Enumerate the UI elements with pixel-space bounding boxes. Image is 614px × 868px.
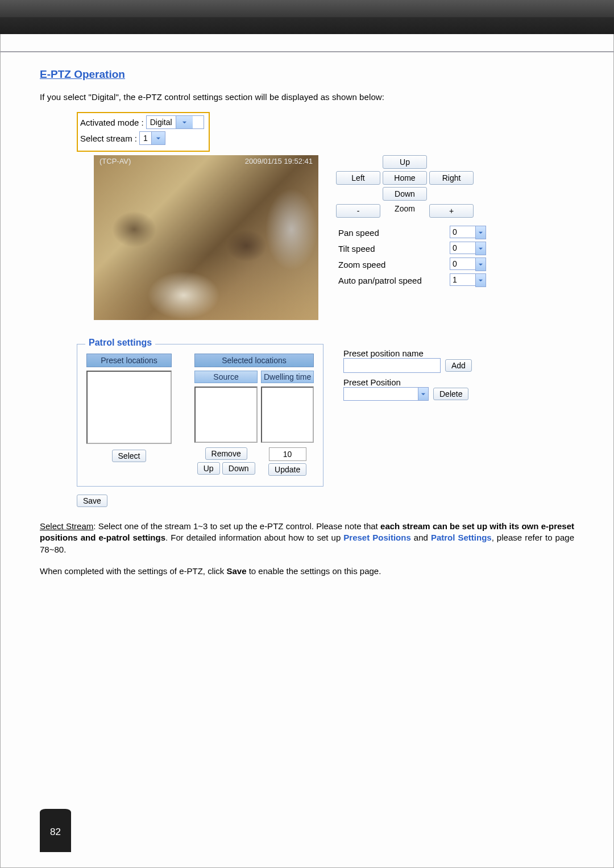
section-heading: E-PTZ Operation (40, 68, 574, 81)
source-list[interactable] (194, 387, 258, 443)
tilt-speed-value[interactable] (450, 242, 475, 254)
chevron-down-icon (475, 242, 486, 255)
patrol-legend: Patrol settings (85, 338, 155, 348)
zoom-speed-value[interactable] (450, 258, 475, 270)
body-paragraph-1: Select Stream: Select one of the stream … (40, 521, 574, 555)
auto-speed-label: Auto pan/patrol speed (338, 276, 422, 285)
pan-speed-select[interactable] (450, 226, 486, 239)
select-button[interactable]: Select (112, 450, 147, 462)
mode-highlight-box: Activated mode : Digital Select stream :… (77, 112, 210, 152)
save-button[interactable]: Save (77, 495, 107, 507)
preset-name-label: Preset position name (343, 348, 486, 358)
patrol-settings-fieldset: Patrol settings Preset locations Select … (77, 344, 323, 487)
preset-name-input[interactable] (343, 358, 441, 373)
delete-button[interactable]: Delete (433, 388, 468, 400)
preset-locations-header: Preset locations (86, 354, 172, 367)
video-preview: (TCP-AV) 2009/01/15 19:52:41 (94, 155, 318, 320)
activated-mode-select[interactable]: Digital (146, 115, 204, 129)
ptz-down-button[interactable]: Down (383, 187, 427, 201)
ptz-up-button[interactable]: Up (383, 155, 427, 169)
page-number: 82 (40, 812, 71, 852)
zoom-out-button[interactable]: - (336, 204, 380, 218)
tilt-speed-label: Tilt speed (338, 244, 375, 254)
pan-speed-value[interactable] (450, 226, 475, 238)
chevron-down-icon (176, 116, 193, 128)
preset-position-label: Preset Position (343, 377, 486, 387)
source-header: Source (194, 371, 258, 383)
add-button[interactable]: Add (445, 359, 472, 372)
zoom-speed-label: Zoom speed (338, 260, 385, 269)
select-stream-select[interactable]: 1 (139, 131, 165, 145)
auto-speed-select[interactable] (450, 273, 486, 287)
zoom-in-button[interactable]: + (429, 204, 474, 218)
video-overlay-timestamp: 2009/01/15 19:52:41 (245, 157, 313, 165)
chevron-down-icon (475, 226, 486, 239)
activated-mode-value: Digital (147, 118, 176, 127)
chevron-down-icon (475, 258, 486, 271)
preset-position-select[interactable] (343, 387, 429, 401)
chevron-down-icon (475, 273, 486, 287)
preset-locations-list[interactable] (86, 371, 172, 444)
auto-speed-value[interactable] (450, 273, 475, 286)
select-stream-label: Select stream : (80, 134, 137, 143)
ptz-right-button[interactable]: Right (429, 171, 474, 185)
dwelling-time-header: Dwelling time (261, 371, 314, 383)
zoom-label: Zoom (395, 204, 415, 218)
body-paragraph-2: When completed with the settings of e-PT… (40, 566, 574, 577)
ptz-home-button[interactable]: Home (383, 171, 427, 185)
ptz-left-button[interactable]: Left (336, 171, 380, 185)
remove-button[interactable]: Remove (205, 447, 247, 460)
header-bar (0, 0, 614, 34)
chevron-down-icon (418, 388, 428, 400)
chevron-down-icon (151, 132, 165, 144)
intro-text: If you select "Digital", the e-PTZ contr… (40, 92, 574, 102)
tilt-speed-select[interactable] (450, 242, 486, 255)
selected-locations-header: Selected locations (194, 354, 314, 367)
pan-speed-label: Pan speed (338, 228, 379, 238)
update-button[interactable]: Update (268, 463, 306, 476)
move-up-button[interactable]: Up (197, 462, 220, 475)
activated-mode-label: Activated mode : (80, 118, 144, 127)
dwelling-list[interactable] (261, 387, 314, 443)
select-stream-value: 1 (140, 134, 151, 143)
video-overlay-protocol: (TCP-AV) (99, 157, 131, 165)
move-down-button[interactable]: Down (222, 462, 255, 475)
zoom-speed-select[interactable] (450, 258, 486, 271)
dwelling-time-input[interactable] (269, 447, 306, 461)
